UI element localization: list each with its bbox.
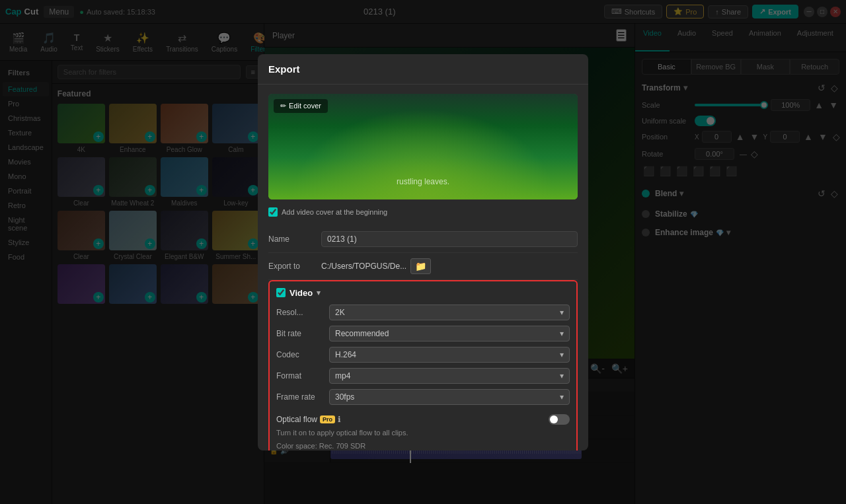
info-icon: ℹ — [338, 415, 341, 424]
framerate-row: Frame rate 30fps ▾ — [276, 389, 570, 405]
edit-cover-label: Edit cover — [289, 102, 321, 110]
export-form: Name Export to C:/Users/TOPGUS/De... 📁 — [268, 226, 578, 280]
bitrate-label: Bit rate — [276, 329, 329, 338]
video-checkbox[interactable] — [276, 288, 286, 297]
resolution-value: 2K — [335, 308, 345, 317]
framerate-value: 30fps — [335, 392, 354, 402]
optical-flow-text: Optical flow — [276, 415, 317, 424]
optical-flow-toggle[interactable] — [549, 414, 570, 425]
codec-label: Codec — [276, 350, 329, 359]
cover-text: rustling leaves. — [397, 177, 449, 186]
add-cover-label: Add video cover at the beginning — [282, 208, 387, 216]
modal-overlay: Export ✏ Edit cover rustling leaves. Add… — [0, 0, 846, 504]
export-to-label: Export to — [268, 262, 321, 271]
name-value — [321, 231, 578, 247]
format-arrow: ▾ — [560, 371, 564, 380]
add-cover-row: Add video cover at the beginning — [268, 207, 578, 217]
framerate-arrow: ▾ — [560, 392, 564, 402]
name-input[interactable] — [321, 231, 578, 247]
format-select[interactable]: mp4 ▾ — [329, 368, 570, 384]
video-section-header: Video ▾ — [276, 288, 570, 298]
codec-arrow: ▾ — [560, 350, 564, 359]
optical-flow-label: Optical flow Pro ℹ — [276, 415, 341, 424]
edit-cover-button[interactable]: ✏ Edit cover — [274, 99, 328, 113]
color-space: Color space: Rec. 709 SDR — [276, 442, 570, 450]
codec-select[interactable]: H.264 ▾ — [329, 347, 570, 363]
format-value: mp4 — [335, 371, 350, 380]
resolution-arrow: ▾ — [560, 308, 564, 317]
video-section-title: Video — [289, 288, 313, 298]
export-modal: Export ✏ Edit cover rustling leaves. Add… — [258, 54, 588, 450]
format-row: Format mp4 ▾ — [276, 368, 570, 384]
bitrate-row: Bit rate Recommended ▾ — [276, 326, 570, 342]
bitrate-value: Recommended — [335, 329, 389, 338]
framerate-select[interactable]: 30fps ▾ — [329, 389, 570, 405]
resolution-select[interactable]: 2K ▾ — [329, 305, 570, 320]
export-path: C:/Users/TOPGUS/De... — [321, 262, 406, 271]
framerate-label: Frame rate — [276, 392, 329, 402]
export-cover-preview: ✏ Edit cover rustling leaves. — [268, 94, 578, 199]
export-body: ✏ Edit cover rustling leaves. Add video … — [258, 85, 588, 450]
video-section: Video ▾ Resol... 2K ▾ Bit rate Recommend… — [268, 280, 578, 450]
optical-flow-desc: Turn it on to apply optical flow to all … — [276, 429, 570, 442]
export-header: Export — [258, 54, 588, 85]
optical-flow-row: Optical flow Pro ℹ — [276, 410, 570, 429]
export-title: Export — [268, 63, 300, 75]
export-to-row: Export to C:/Users/TOPGUS/De... 📁 — [268, 253, 578, 280]
bitrate-select[interactable]: Recommended ▾ — [329, 326, 570, 342]
format-label: Format — [276, 371, 329, 380]
codec-value: H.264 — [335, 350, 356, 359]
pencil-icon: ✏ — [280, 102, 286, 110]
video-chevron: ▾ — [317, 289, 321, 297]
codec-row: Codec H.264 ▾ — [276, 347, 570, 363]
resolution-row: Resol... 2K ▾ — [276, 305, 570, 320]
export-to-value: C:/Users/TOPGUS/De... 📁 — [321, 258, 578, 274]
resolution-label: Resol... — [276, 308, 329, 317]
bitrate-arrow: ▾ — [560, 329, 564, 338]
name-label: Name — [268, 234, 321, 244]
folder-button[interactable]: 📁 — [410, 258, 431, 274]
name-row: Name — [268, 226, 578, 253]
add-cover-checkbox[interactable] — [268, 207, 278, 217]
optical-flow-pro-badge: Pro — [320, 415, 335, 423]
